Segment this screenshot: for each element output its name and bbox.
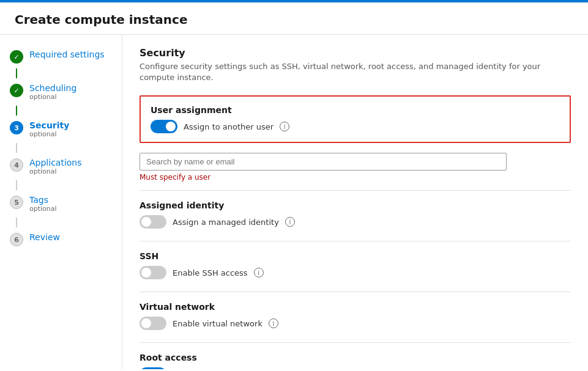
connector-1: [16, 68, 17, 78]
sidebar-item-scheduling[interactable]: ✓ Scheduling optional: [0, 78, 122, 106]
assigned-identity-title: Assigned identity: [140, 200, 571, 210]
divider-2: [140, 241, 571, 241]
sidebar-sub-security: optional: [29, 130, 69, 138]
root-access-toggle-row: Allow root access i: [140, 367, 571, 369]
step-4-indicator: 4: [10, 158, 23, 172]
connector-4: [16, 180, 17, 190]
sidebar-label-security: Security: [29, 120, 69, 130]
divider-4: [140, 342, 571, 343]
connector-5: [16, 218, 17, 227]
search-input[interactable]: [140, 153, 507, 171]
assigned-identity-group: Assigned identity Assign a managed ident…: [140, 200, 571, 229]
virtual-network-toggle[interactable]: [140, 317, 166, 330]
virtual-network-slider: [140, 317, 166, 330]
step-3-indicator: 3: [10, 121, 23, 134]
ssh-title: SSH: [140, 251, 571, 261]
root-access-toggle[interactable]: [140, 367, 166, 369]
divider-1: [140, 190, 571, 191]
user-assignment-box: User assignment Assign to another user i: [140, 95, 571, 143]
virtual-network-group: Virtual network Enable virtual network i: [140, 302, 571, 330]
ssh-info-icon[interactable]: i: [254, 268, 264, 277]
sidebar-item-security[interactable]: 3 Security optional: [0, 116, 122, 143]
sidebar-item-required-settings[interactable]: ✓ Required settings: [0, 45, 122, 68]
ssh-group: SSH Enable SSH access i: [140, 251, 571, 279]
validation-message: Must specify a user: [140, 173, 571, 182]
step-5-indicator: 5: [10, 196, 23, 209]
sidebar: ✓ Required settings ✓ Scheduling optiona…: [0, 35, 122, 369]
root-access-title: Root access: [140, 353, 571, 362]
section-desc: Configure security settings such as SSH,…: [140, 61, 571, 83]
sidebar-label-scheduling: Scheduling: [29, 83, 76, 93]
connector-3: [16, 143, 17, 153]
main-content: Security Configure security settings suc…: [122, 35, 588, 369]
virtual-network-title: Virtual network: [140, 302, 571, 312]
section-title: Security: [140, 47, 571, 59]
main-layout: ✓ Required settings ✓ Scheduling optiona…: [0, 35, 588, 369]
virtual-network-label: Enable virtual network: [173, 319, 262, 328]
sidebar-sub-scheduling: optional: [29, 93, 76, 101]
sidebar-label-applications: Applications: [29, 158, 82, 167]
root-access-group: Root access Allow root access i: [140, 353, 571, 369]
ssh-slider: [140, 266, 166, 279]
sidebar-label-review: Review: [29, 232, 60, 242]
sidebar-item-tags[interactable]: 5 Tags optional: [0, 190, 122, 218]
assigned-identity-info-icon[interactable]: i: [285, 217, 295, 227]
sidebar-sub-applications: optional: [29, 167, 82, 175]
root-access-slider: [140, 367, 166, 369]
divider-3: [140, 292, 571, 292]
user-assignment-label: Assign to another user: [184, 122, 274, 131]
assigned-identity-toggle[interactable]: [140, 215, 166, 229]
sidebar-sub-tags: optional: [29, 205, 57, 213]
ssh-label: Enable SSH access: [173, 268, 248, 277]
virtual-network-toggle-row: Enable virtual network i: [140, 317, 571, 330]
sidebar-label-tags: Tags: [29, 195, 57, 205]
sidebar-item-review[interactable]: 6 Review: [0, 227, 122, 251]
virtual-network-info-icon[interactable]: i: [269, 318, 278, 328]
step-6-indicator: 6: [10, 233, 23, 246]
user-assignment-slider: [151, 120, 177, 133]
user-assignment-toggle-row: Assign to another user i: [151, 120, 560, 133]
sidebar-label-required-settings: Required settings: [29, 50, 105, 59]
assigned-identity-toggle-row: Assign a managed identity i: [140, 215, 571, 229]
user-assignment-title: User assignment: [151, 105, 560, 115]
page-title: Create compute instance: [0, 2, 588, 35]
step-2-indicator: ✓: [10, 84, 23, 97]
connector-2: [16, 106, 17, 116]
user-assignment-info-icon[interactable]: i: [280, 122, 289, 131]
ssh-toggle[interactable]: [140, 266, 166, 279]
sidebar-item-applications[interactable]: 4 Applications optional: [0, 153, 122, 180]
user-assignment-toggle[interactable]: [151, 120, 177, 133]
assigned-identity-label: Assign a managed identity: [173, 218, 279, 227]
step-1-indicator: ✓: [10, 50, 23, 64]
ssh-toggle-row: Enable SSH access i: [140, 266, 571, 279]
assigned-identity-slider: [140, 215, 166, 229]
